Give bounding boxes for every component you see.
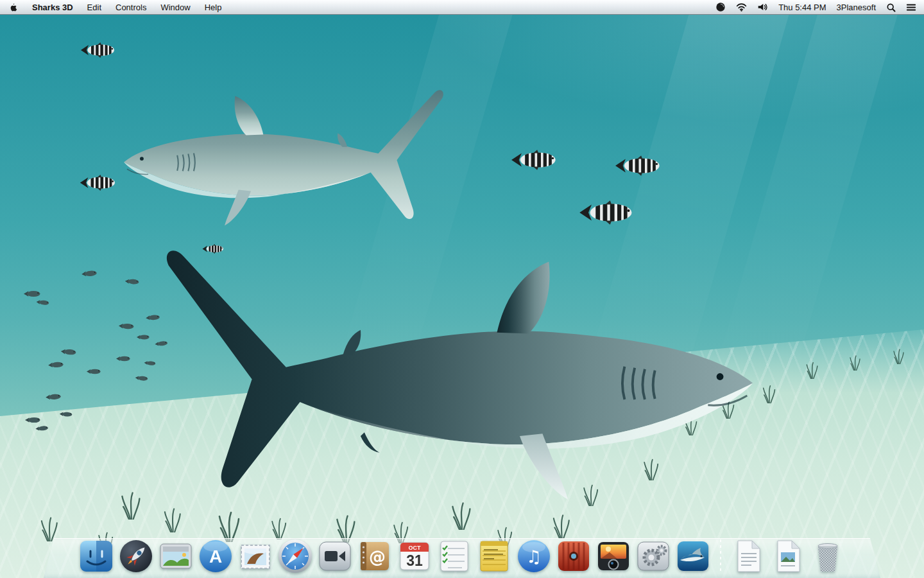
dock-icon-address-book[interactable]: @ [357,538,393,574]
pilot-fish [80,175,118,191]
school-fish [47,359,65,367]
school-fish [60,346,78,355]
volume-icon[interactable] [757,3,768,12]
app-menu-title[interactable]: Sharks 3D [32,3,73,12]
dock-items: A [44,538,880,574]
school-fish [145,311,161,320]
dock-divider [720,539,721,574]
pilot-fish [202,244,225,254]
pilot-fish [615,155,663,176]
wifi-icon[interactable] [736,3,747,12]
status-disc-icon[interactable] [715,2,726,12]
school-fish [35,422,49,430]
user-menu[interactable]: 3Planesoft [837,3,876,12]
school-fish [24,415,41,423]
menu-list-icon[interactable] [906,3,916,12]
dock-icon-facetime-camera[interactable] [317,538,353,574]
svg-text:@: @ [369,547,386,566]
menu-clock[interactable]: Thu 5:44 PM [778,3,826,12]
dock-icon-calendar[interactable]: OCT 31 [397,538,432,574]
dock-icon-sharks-3d-app[interactable] [675,538,711,574]
menu-edit[interactable]: Edit [87,3,101,12]
school-fish [36,296,51,304]
calendar-month: OCT [409,545,422,551]
dock: A [0,516,924,578]
school-fish [135,372,150,380]
school-fish [116,353,131,360]
dock-icon-document-image[interactable] [770,538,806,574]
spotlight-icon[interactable] [886,3,896,12]
school-fish [154,337,169,345]
school-fish [45,391,62,400]
dock-icon-trash[interactable] [810,538,846,574]
school-fish [59,408,73,415]
menu-bar-right: Thu 5:44 PM 3Planesoft [715,2,924,12]
dock-icon-iphoto[interactable] [595,538,631,574]
menu-bar: Sharks 3D Edit Controls Window Help Thu … [0,0,924,15]
pilot-fish [511,150,560,170]
pilot-fish [579,200,637,225]
svg-text:A: A [209,547,222,566]
school-fish [81,268,98,277]
dock-icon-photo-booth[interactable] [556,538,592,574]
school-fish [124,276,141,284]
calendar-day: 31 [406,552,423,569]
dock-icon-app-window[interactable] [158,538,194,574]
dock-icon-notes[interactable] [476,538,512,574]
school-fish [118,320,135,329]
dock-icon-launchpad-rocket[interactable] [118,538,154,574]
screen: Sharks 3D Edit Controls Window Help Thu … [0,0,924,578]
menu-controls[interactable]: Controls [116,3,146,12]
wallpaper-underwater-scene [0,0,924,578]
dock-icon-reminders[interactable] [436,538,472,574]
dock-icon-finder[interactable] [78,538,114,574]
svg-text:♫: ♫ [526,547,542,566]
dock-icon-mail[interactable] [237,538,273,574]
dock-icon-itunes[interactable]: ♫ [516,538,552,574]
dock-icon-app-store[interactable]: A [198,538,234,574]
menu-help[interactable]: Help [205,3,222,12]
dock-icon-safari[interactable] [277,538,313,574]
pilot-fish [80,42,117,58]
apple-menu-icon[interactable] [9,3,18,12]
menu-window[interactable]: Window [160,3,190,12]
dock-icon-document[interactable] [730,538,766,574]
menu-bar-left: Sharks 3D Edit Controls Window Help [0,3,221,12]
fish-layer [0,0,924,578]
school-fish [86,366,101,373]
dock-icon-system-preferences[interactable] [635,538,671,574]
school-fish [136,331,150,338]
school-fish [144,356,157,363]
